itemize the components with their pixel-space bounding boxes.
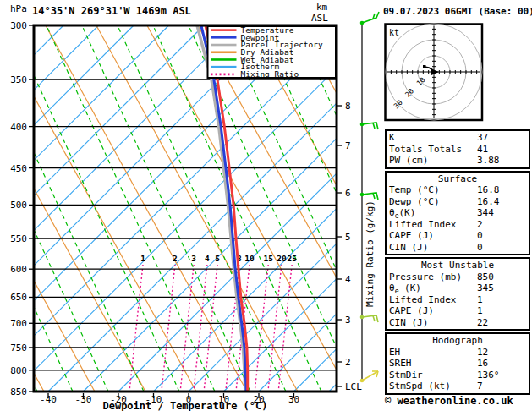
- table-label: Dewp (°C): [389, 196, 477, 208]
- isotherm: [0, 25, 310, 392]
- wind-barb: [360, 315, 378, 322]
- datetime-label: 09.07.2023 06GMT (Base: 00): [383, 6, 532, 17]
- table-value: 0: [477, 230, 526, 242]
- wind-barb-column: [360, 12, 379, 382]
- table-row: StmSpd (kt)7: [389, 381, 526, 392]
- legend-item-label: Mixing Ratio: [241, 69, 299, 79]
- table-row: CAPE (J)1: [389, 305, 526, 317]
- table-row: PW (cm)3.88: [389, 155, 526, 167]
- altitude-tick-label: 8: [345, 101, 351, 112]
- credit-label: © weatheronline.co.uk: [385, 395, 513, 407]
- temperature-tick-label: -30: [75, 394, 92, 405]
- table-label: StmSpd (kt): [389, 381, 477, 392]
- table-row: Lifted Index1: [389, 294, 526, 306]
- table-section-header: Surface: [389, 173, 526, 185]
- table-row: θe (K)345: [389, 282, 526, 294]
- skewt-sounding-app: 12345810152025 -40-30-20-100102030 30035…: [0, 0, 532, 411]
- table-label: CAPE (J): [389, 230, 477, 242]
- table-value: 344: [477, 207, 526, 219]
- wind-barb: [360, 123, 378, 129]
- altitude-tick-label: 6: [345, 188, 351, 199]
- isotherm: [0, 25, 344, 392]
- altitude-tick-label: 3: [345, 315, 351, 326]
- hodograph: 102030: [386, 24, 483, 120]
- wet-adiabat: [47, 25, 215, 392]
- pressure-tick-label: 300: [10, 20, 27, 31]
- temperature-tick-label: -40: [40, 394, 57, 405]
- mixing-ratio-value: 1: [140, 254, 145, 263]
- wind-barb-feather: [373, 193, 375, 199]
- mixing-ratio-value: 10: [244, 254, 255, 263]
- table-row: CAPE (J)0: [389, 230, 526, 242]
- table-label: Temp (°C): [389, 184, 477, 196]
- table-value: 2: [477, 219, 526, 231]
- table-label: CIN (J): [389, 242, 477, 254]
- mixing-ratio-value: 2: [173, 254, 178, 263]
- table-row: SREH16: [389, 358, 526, 370]
- isotherm: [14, 25, 380, 392]
- pressure-tick-label: 750: [10, 342, 27, 353]
- wind-barb-feather: [362, 315, 378, 322]
- pressure-tick-label: 550: [10, 233, 27, 244]
- wind-barb-feather: [362, 371, 378, 381]
- table-row: K37: [389, 132, 526, 144]
- wind-barb: [360, 193, 378, 200]
- table-row: Lifted Index2: [389, 219, 526, 231]
- dry-adiabat: [147, 25, 348, 392]
- table-section-header: Hodograph: [389, 335, 526, 347]
- mixing-ratio-axis-title: Mixing Ratio (g/kg): [365, 200, 376, 307]
- wind-barb-feather: [373, 315, 375, 321]
- pressure-tick-label: 850: [10, 386, 27, 397]
- table-label: StmDir: [389, 370, 477, 381]
- table-row: Pressure (mb)850: [389, 271, 526, 283]
- table-value: 136°: [477, 370, 526, 381]
- mixing-ratio-value: 4: [205, 254, 210, 263]
- table-label: θe (K): [389, 282, 477, 294]
- parcel-trajectory-curve: [197, 25, 245, 392]
- wet-adiabat: [153, 25, 321, 392]
- mixing-ratio-line: [278, 265, 292, 392]
- wind-barb-feather: [373, 123, 375, 129]
- pressure-tick-label: 650: [10, 292, 27, 303]
- table-value: 1: [477, 294, 526, 306]
- table-label: Lifted Index: [389, 294, 477, 306]
- table-label: Pressure (mb): [389, 271, 477, 283]
- table-label: Totals Totals: [389, 144, 477, 156]
- station-title: 14°35'N 269°31'W 1469m ASL: [32, 5, 191, 17]
- pressure-tick-label: 350: [10, 74, 27, 85]
- pressure-unit-label: hPa: [10, 3, 27, 14]
- pressure-tick-label: 400: [10, 122, 27, 133]
- wind-barb-feather: [362, 193, 378, 200]
- table-label: θe(K): [389, 207, 477, 219]
- indices-table-section: K37Totals Totals41PW (cm)3.88: [385, 129, 530, 169]
- table-row: StmDir136°: [389, 370, 526, 381]
- indices-table: K37Totals Totals41PW (cm)3.88SurfaceTemp…: [385, 129, 530, 397]
- table-value: 16: [477, 358, 526, 370]
- pressure-axis: 300350400450500550600650700750800850: [10, 20, 34, 397]
- indices-table-section: Most UnstablePressure (mb)850θe (K)345Li…: [385, 257, 530, 331]
- table-value: 22: [477, 317, 526, 329]
- mixing-ratio-value: 15: [263, 254, 273, 263]
- lcl-label: LCL: [345, 381, 362, 392]
- legend: TemperatureDewpointParcel TrajectoryDry …: [208, 25, 337, 79]
- table-value: 345: [477, 282, 526, 294]
- km-axis-unit: km: [316, 2, 328, 13]
- altitude-tick-label: 4: [345, 274, 351, 285]
- wind-barb-feather: [362, 123, 378, 129]
- table-section-header: Most Unstable: [389, 260, 526, 271]
- wind-barb: [360, 12, 379, 25]
- table-value: 37: [477, 132, 526, 144]
- pressure-tick-label: 700: [10, 318, 27, 329]
- wind-barb: [360, 371, 378, 382]
- hodograph-trace-start: [423, 65, 426, 68]
- table-label: CAPE (J): [389, 305, 477, 317]
- wind-barb-feather: [362, 12, 379, 23]
- table-label: CIN (J): [389, 317, 477, 329]
- table-value: 41: [477, 144, 526, 156]
- pressure-tick-label: 450: [10, 163, 27, 174]
- table-value: 850: [477, 271, 526, 283]
- table-label: SREH: [389, 358, 477, 370]
- temperature-tick-label: 30: [288, 394, 299, 405]
- mixing-ratio-line: [194, 265, 207, 392]
- altitude-tick-label: 7: [345, 140, 351, 151]
